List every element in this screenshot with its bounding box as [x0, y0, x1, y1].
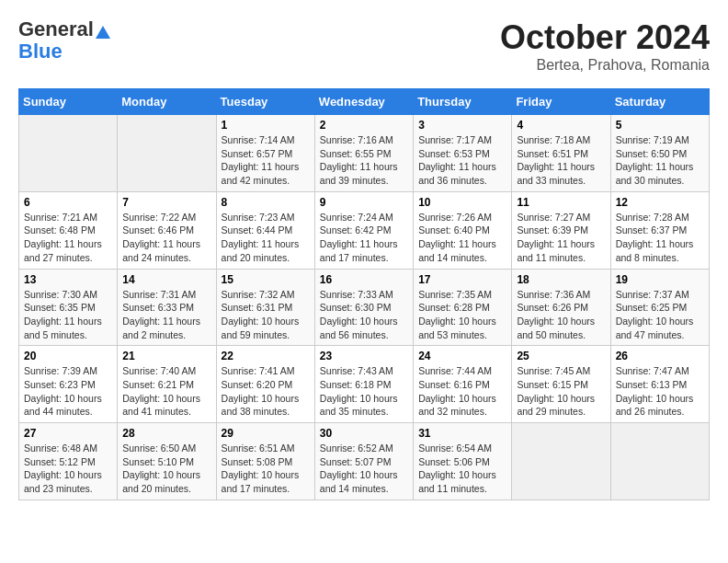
day-info: Sunrise: 7:33 AMSunset: 6:30 PMDaylight:… — [320, 288, 408, 342]
logo-general: General — [18, 17, 94, 40]
day-number: 12 — [616, 196, 704, 209]
calendar-cell: 10Sunrise: 7:26 AMSunset: 6:40 PMDayligh… — [414, 191, 512, 269]
logo: General Blue — [18, 18, 111, 63]
day-number: 20 — [24, 350, 112, 362]
day-number: 4 — [517, 119, 605, 132]
calendar-cell: 2Sunrise: 7:16 AMSunset: 6:55 PMDaylight… — [314, 115, 413, 192]
calendar-cell: 13Sunrise: 7:30 AMSunset: 6:35 PMDayligh… — [19, 269, 118, 346]
day-number: 15 — [222, 273, 310, 286]
day-info: Sunrise: 7:36 AMSunset: 6:26 PMDaylight:… — [517, 288, 605, 342]
day-number: 11 — [517, 196, 605, 209]
calendar-week-row: 6Sunrise: 7:21 AMSunset: 6:48 PMDaylight… — [19, 191, 710, 269]
day-number: 31 — [418, 427, 506, 440]
calendar-header: SundayMondayTuesdayWednesdayThursdayFrid… — [19, 89, 710, 115]
calendar-cell — [512, 423, 610, 500]
day-number: 14 — [122, 273, 210, 286]
day-info: Sunrise: 7:32 AMSunset: 6:31 PMDaylight:… — [222, 288, 310, 342]
calendar-cell: 25Sunrise: 7:45 AMSunset: 6:15 PMDayligh… — [512, 346, 610, 423]
weekday-header: Monday — [118, 89, 216, 115]
calendar-cell: 1Sunrise: 7:14 AMSunset: 6:57 PMDaylight… — [216, 115, 314, 192]
calendar-cell: 11Sunrise: 7:27 AMSunset: 6:39 PMDayligh… — [512, 191, 610, 269]
day-info: Sunrise: 6:51 AMSunset: 5:08 PMDaylight:… — [222, 442, 310, 496]
day-info: Sunrise: 7:44 AMSunset: 6:16 PMDaylight:… — [418, 364, 506, 419]
svg-marker-0 — [96, 26, 110, 39]
day-number: 26 — [616, 350, 704, 362]
day-info: Sunrise: 7:39 AMSunset: 6:23 PMDaylight:… — [24, 364, 112, 419]
calendar-cell: 14Sunrise: 7:31 AMSunset: 6:33 PMDayligh… — [118, 269, 216, 346]
day-info: Sunrise: 7:37 AMSunset: 6:25 PMDaylight:… — [616, 288, 704, 342]
weekday-header: Sunday — [19, 89, 118, 115]
day-info: Sunrise: 7:23 AMSunset: 6:44 PMDaylight:… — [222, 211, 310, 265]
day-number: 28 — [122, 427, 210, 440]
day-number: 25 — [517, 350, 605, 362]
calendar-cell: 8Sunrise: 7:23 AMSunset: 6:44 PMDaylight… — [216, 191, 314, 269]
calendar-table: SundayMondayTuesdayWednesdayThursdayFrid… — [18, 88, 710, 500]
calendar-cell: 19Sunrise: 7:37 AMSunset: 6:25 PMDayligh… — [610, 269, 709, 346]
calendar-cell: 30Sunrise: 6:52 AMSunset: 5:07 PMDayligh… — [314, 423, 413, 500]
calendar-week-row: 1Sunrise: 7:14 AMSunset: 6:57 PMDaylight… — [19, 115, 710, 192]
calendar-cell: 26Sunrise: 7:47 AMSunset: 6:13 PMDayligh… — [610, 346, 709, 423]
calendar-cell: 27Sunrise: 6:48 AMSunset: 5:12 PMDayligh… — [19, 423, 118, 500]
calendar-cell — [118, 115, 216, 192]
logo-triangle-icon — [95, 24, 111, 40]
weekday-header: Saturday — [610, 89, 709, 115]
calendar-cell: 28Sunrise: 6:50 AMSunset: 5:10 PMDayligh… — [118, 423, 216, 500]
day-info: Sunrise: 7:30 AMSunset: 6:35 PMDaylight:… — [24, 288, 112, 342]
day-info: Sunrise: 7:17 AMSunset: 6:53 PMDaylight:… — [418, 133, 506, 188]
day-info: Sunrise: 7:31 AMSunset: 6:33 PMDaylight:… — [122, 288, 210, 342]
day-number: 9 — [320, 196, 408, 209]
day-info: Sunrise: 7:19 AMSunset: 6:50 PMDaylight:… — [616, 133, 704, 188]
title-block: October 2024 Bertea, Prahova, Romania — [500, 18, 710, 74]
day-number: 29 — [222, 427, 310, 440]
day-number: 6 — [24, 196, 112, 209]
day-info: Sunrise: 7:26 AMSunset: 6:40 PMDaylight:… — [418, 211, 506, 265]
weekday-header: Tuesday — [216, 89, 314, 115]
day-number: 23 — [320, 350, 408, 362]
day-number: 2 — [320, 119, 408, 132]
calendar-cell: 21Sunrise: 7:40 AMSunset: 6:21 PMDayligh… — [118, 346, 216, 423]
day-number: 27 — [24, 427, 112, 440]
calendar-week-row: 20Sunrise: 7:39 AMSunset: 6:23 PMDayligh… — [19, 346, 710, 423]
calendar-cell: 23Sunrise: 7:43 AMSunset: 6:18 PMDayligh… — [314, 346, 413, 423]
day-info: Sunrise: 7:16 AMSunset: 6:55 PMDaylight:… — [320, 133, 408, 188]
calendar-cell: 7Sunrise: 7:22 AMSunset: 6:46 PMDaylight… — [118, 191, 216, 269]
page-header: General Blue October 2024 Bertea, Prahov… — [18, 18, 710, 74]
weekday-header: Wednesday — [314, 89, 413, 115]
day-number: 17 — [418, 273, 506, 286]
calendar-cell: 6Sunrise: 7:21 AMSunset: 6:48 PMDaylight… — [19, 191, 118, 269]
day-info: Sunrise: 6:50 AMSunset: 5:10 PMDaylight:… — [122, 442, 210, 496]
calendar-week-row: 27Sunrise: 6:48 AMSunset: 5:12 PMDayligh… — [19, 423, 710, 500]
day-number: 24 — [418, 350, 506, 362]
day-number: 19 — [616, 273, 704, 286]
calendar-cell: 9Sunrise: 7:24 AMSunset: 6:42 PMDaylight… — [314, 191, 413, 269]
day-info: Sunrise: 7:18 AMSunset: 6:51 PMDaylight:… — [517, 133, 605, 188]
day-number: 7 — [122, 196, 210, 209]
calendar-cell: 29Sunrise: 6:51 AMSunset: 5:08 PMDayligh… — [216, 423, 314, 500]
day-number: 5 — [616, 119, 704, 132]
header-row: SundayMondayTuesdayWednesdayThursdayFrid… — [19, 89, 710, 115]
day-number: 22 — [222, 350, 310, 362]
day-info: Sunrise: 7:14 AMSunset: 6:57 PMDaylight:… — [222, 133, 310, 188]
day-info: Sunrise: 6:52 AMSunset: 5:07 PMDaylight:… — [320, 442, 408, 496]
day-number: 21 — [122, 350, 210, 362]
day-number: 1 — [222, 119, 310, 132]
day-info: Sunrise: 6:48 AMSunset: 5:12 PMDaylight:… — [24, 442, 112, 496]
day-number: 18 — [517, 273, 605, 286]
day-info: Sunrise: 7:22 AMSunset: 6:46 PMDaylight:… — [122, 211, 210, 265]
weekday-header: Thursday — [414, 89, 512, 115]
day-number: 16 — [320, 273, 408, 286]
calendar-cell: 5Sunrise: 7:19 AMSunset: 6:50 PMDaylight… — [610, 115, 709, 192]
day-number: 10 — [418, 196, 506, 209]
logo-blue: Blue — [18, 40, 63, 63]
day-info: Sunrise: 7:45 AMSunset: 6:15 PMDaylight:… — [517, 364, 605, 419]
calendar-body: 1Sunrise: 7:14 AMSunset: 6:57 PMDaylight… — [19, 115, 710, 500]
day-info: Sunrise: 7:43 AMSunset: 6:18 PMDaylight:… — [320, 364, 408, 419]
day-number: 13 — [24, 273, 112, 286]
day-info: Sunrise: 7:40 AMSunset: 6:21 PMDaylight:… — [122, 364, 210, 419]
day-info: Sunrise: 6:54 AMSunset: 5:06 PMDaylight:… — [418, 442, 506, 496]
calendar-cell: 24Sunrise: 7:44 AMSunset: 6:16 PMDayligh… — [414, 346, 512, 423]
day-info: Sunrise: 7:41 AMSunset: 6:20 PMDaylight:… — [222, 364, 310, 419]
day-number: 3 — [418, 119, 506, 132]
calendar-cell: 16Sunrise: 7:33 AMSunset: 6:30 PMDayligh… — [314, 269, 413, 346]
day-info: Sunrise: 7:35 AMSunset: 6:28 PMDaylight:… — [418, 288, 506, 342]
